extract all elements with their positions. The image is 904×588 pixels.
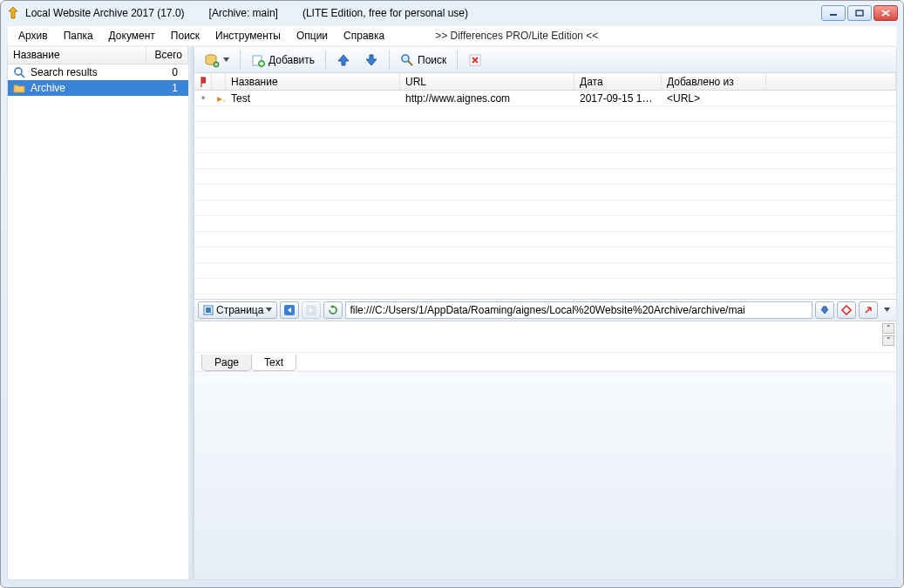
svg-point-2 — [15, 68, 22, 75]
svg-rect-1 — [856, 10, 863, 16]
title-app: Local Website Archive 2017 (17.0) — [25, 7, 185, 19]
col-bullet[interactable] — [212, 73, 226, 90]
row-date: 2017-09-15 11:... — [574, 92, 662, 105]
url-bar[interactable]: file:///C:/Users/1/AppData/Roaming/aigne… — [345, 301, 812, 319]
svg-line-9 — [408, 61, 412, 65]
folder-icon — [13, 82, 25, 94]
scroll-up-button[interactable]: ˄ — [882, 323, 894, 334]
menubar: Архив Папка Документ Поиск Инструменты О… — [7, 25, 897, 46]
preview-area: ˄ ˅ — [194, 321, 896, 353]
svg-rect-0 — [830, 14, 837, 16]
tab-text[interactable]: Text — [251, 355, 296, 371]
delete-button[interactable] — [462, 50, 488, 71]
sidebar-item-label: Search results — [31, 66, 98, 78]
tab-page[interactable]: Page — [201, 355, 252, 371]
url-text: file:///C:/Users/1/AppData/Roaming/aigne… — [350, 304, 744, 316]
bottom-toolbar: Страница file:///C:/Users/1/AppData/Roam… — [194, 299, 896, 321]
sidebar-item-search-results[interactable]: Search results 0 — [8, 64, 188, 80]
svg-point-8 — [402, 55, 409, 62]
separator — [325, 51, 326, 70]
col-flag[interactable] — [194, 73, 212, 90]
page-label: Страница — [216, 304, 263, 316]
toolbar: Добавить Поиск — [194, 47, 896, 73]
sidebar-header: Название Всего — [8, 47, 188, 64]
svg-line-3 — [21, 74, 24, 78]
row-name: Test — [226, 92, 400, 105]
scroll-down-button[interactable]: ˅ — [882, 335, 894, 346]
tabbar: Page Text — [194, 353, 896, 372]
minimize-button[interactable] — [821, 5, 846, 21]
menu-options[interactable]: Опции — [289, 27, 335, 44]
menu-folder[interactable]: Папка — [57, 27, 100, 44]
col-filler — [766, 73, 896, 90]
sidebar: Название Всего Search results 0 Archive … — [8, 47, 189, 579]
sidebar-item-count: 0 — [172, 66, 183, 78]
row-bullet: ▸ — [212, 92, 226, 105]
main-panel: Добавить Поиск Название URL Дата — [194, 47, 896, 579]
add-button[interactable]: Добавить — [245, 50, 321, 71]
sidebar-col-count[interactable]: Всего — [146, 47, 188, 64]
maximize-button[interactable] — [847, 5, 872, 21]
app-window: Local Website Archive 2017 (17.0) [Archi… — [0, 0, 904, 588]
nav-back-button[interactable] — [280, 301, 299, 319]
search-icon — [13, 66, 25, 78]
separator — [389, 51, 390, 70]
down-arrow-button[interactable] — [815, 301, 834, 319]
row-url: http://www.aignes.com — [400, 92, 574, 105]
sidebar-col-name[interactable]: Название — [8, 47, 146, 64]
diamond-button[interactable] — [837, 301, 856, 319]
external-button[interactable] — [859, 301, 878, 319]
more-dropdown[interactable] — [880, 301, 893, 319]
titlebar: Local Website Archive 2017 (17.0) [Archi… — [1, 1, 903, 25]
separator — [457, 51, 458, 70]
menu-tools[interactable]: Инструменты — [208, 27, 288, 44]
refresh-button[interactable] — [323, 301, 343, 319]
separator — [240, 51, 241, 70]
grid-header: Название URL Дата Добавлено из — [194, 73, 896, 91]
menu-document[interactable]: Документ — [102, 27, 162, 44]
search-button[interactable]: Поиск — [394, 50, 452, 71]
body: Название Всего Search results 0 Archive … — [7, 47, 897, 580]
col-added[interactable]: Добавлено из — [662, 73, 766, 90]
row-added: <URL> — [662, 92, 766, 105]
svg-rect-12 — [206, 308, 211, 313]
app-icon — [6, 6, 20, 20]
title-edition: (LITE Edition, free for personal use) — [302, 7, 468, 19]
menu-promo[interactable]: >> Differences PRO/Lite Edition << — [428, 27, 605, 44]
nav-forward-button[interactable] — [302, 301, 321, 319]
page-dropdown[interactable]: Страница — [198, 301, 277, 319]
title-archive: [Archive: main] — [209, 7, 278, 19]
sidebar-item-count: 1 — [172, 82, 183, 94]
menu-help[interactable]: Справка — [336, 27, 391, 44]
sidebar-item-label: Archive — [31, 82, 65, 94]
sidebar-item-archive[interactable]: Archive 1 — [8, 80, 188, 96]
menu-search[interactable]: Поиск — [164, 27, 207, 44]
table-row[interactable]: • ▸ Test http://www.aignes.com 2017-09-1… — [194, 91, 896, 106]
search-label: Поиск — [418, 54, 446, 66]
add-label: Добавить — [268, 54, 315, 66]
close-button[interactable] — [873, 5, 898, 21]
col-name[interactable]: Название — [226, 73, 400, 90]
grid-body[interactable]: • ▸ Test http://www.aignes.com 2017-09-1… — [194, 91, 896, 299]
col-date[interactable]: Дата — [574, 73, 662, 90]
menu-archive[interactable]: Архив — [11, 27, 55, 44]
up-button[interactable] — [330, 50, 357, 71]
db-button[interactable] — [198, 50, 235, 71]
col-url[interactable]: URL — [400, 73, 574, 90]
row-flag: • — [194, 92, 212, 105]
statusbar — [194, 372, 896, 580]
down-button[interactable] — [358, 50, 384, 71]
